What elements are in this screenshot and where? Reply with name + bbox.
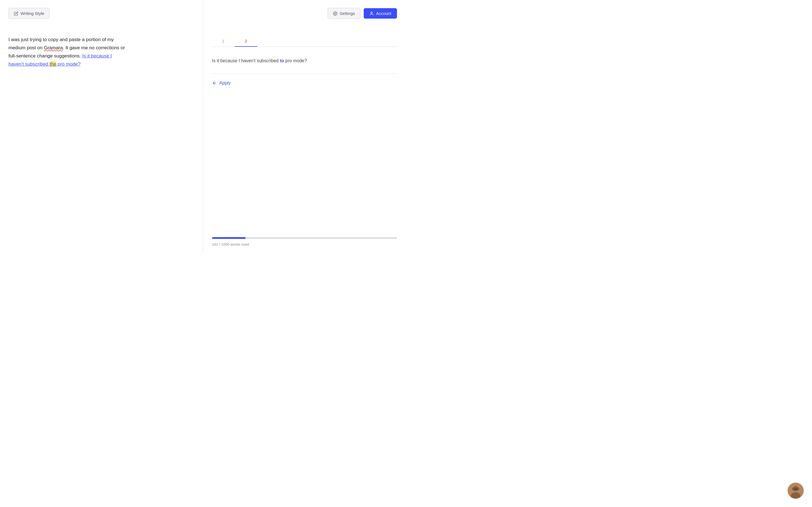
account-button[interactable]: Account [364, 8, 397, 18]
person-icon [369, 11, 374, 16]
left-panel: Writing Style I was just trying to copy … [0, 0, 203, 253]
tab-2-label: 2 [245, 39, 247, 43]
gear-icon [333, 11, 338, 16]
settings-label: Settings [340, 11, 355, 16]
highlighted-word-the: the [50, 61, 56, 67]
suggestion-text-after: pro mode? [284, 58, 307, 63]
apply-button[interactable]: Apply [212, 78, 397, 88]
main-text-content: I was just trying to copy and paste a po… [8, 36, 127, 68]
bottom-area: 181 / 1000 words used [212, 237, 397, 247]
app-layout: Writing Style I was just trying to copy … [0, 0, 406, 253]
edit-icon [14, 11, 18, 16]
text-gramara: Gramara [44, 45, 63, 50]
svg-point-1 [371, 12, 372, 13]
arrow-left-icon [212, 80, 217, 86]
writing-style-label: Writing Style [20, 11, 44, 16]
progress-label: 181 / 1000 words used [212, 242, 249, 246]
suggestion-area: Is it because I haven't subscribed to pr… [212, 52, 397, 69]
settings-button[interactable]: Settings [327, 8, 360, 19]
tab-1[interactable]: 1 [212, 36, 235, 47]
apply-label: Apply [219, 80, 231, 86]
svg-point-0 [335, 13, 336, 14]
tabs-container: 1 2 [212, 36, 397, 47]
left-header: Writing Style [8, 8, 194, 19]
divider [212, 73, 397, 74]
right-header: Settings Account [212, 8, 397, 19]
account-label: Account [376, 11, 391, 16]
tab-1-label: 1 [222, 39, 224, 43]
progress-bar-container [212, 237, 397, 239]
suggestion-text-before: Is it because I haven't subscribed [212, 58, 280, 63]
progress-bar-fill [212, 237, 246, 239]
right-panel: Settings Account 1 2 Is it because I hav… [203, 0, 406, 253]
suggestion-highlight-word: to [280, 58, 284, 63]
tab-2[interactable]: 2 [235, 36, 257, 47]
writing-style-button[interactable]: Writing Style [8, 8, 50, 19]
